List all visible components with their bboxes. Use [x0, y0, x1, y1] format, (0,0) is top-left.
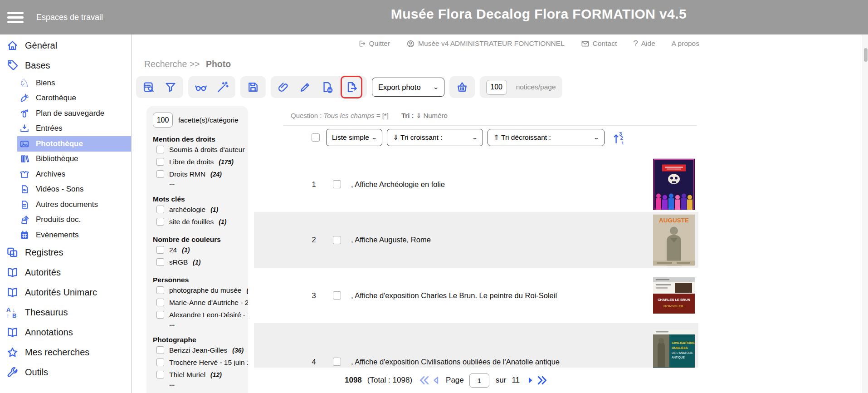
result-thumbnail[interactable]: AUGUSTE — [653, 214, 695, 265]
facet-count-input[interactable] — [153, 113, 173, 128]
sidebar-item-entrees[interactable]: Entrées — [17, 121, 131, 137]
checkbox[interactable] — [156, 346, 164, 354]
sidebar-item-videos-sons[interactable]: Vidéos - Sons — [17, 182, 131, 197]
checkbox[interactable] — [156, 359, 164, 366]
sidebar-item-bases[interactable]: Bases — [0, 55, 131, 75]
search-list-icon[interactable] — [142, 81, 155, 93]
facet-option[interactable]: photographe du musée (398) — [156, 284, 244, 296]
filter-icon[interactable] — [164, 81, 177, 93]
result-row[interactable]: 1 , Affiche Archéologie en folie — [254, 157, 698, 212]
sidebar-item-phototheque[interactable]: Photothèque — [17, 136, 131, 152]
page-label: Page — [446, 376, 464, 385]
sidebar-item-registres[interactable]: Registres — [0, 243, 131, 263]
about-link[interactable]: A propos — [672, 39, 699, 48]
sidebar-item-thesaurus[interactable]: A↓↑B Thesaurus — [0, 303, 131, 323]
facet-option[interactable]: Alexandre Leon-Désiré - 11 ... (1) — [156, 309, 244, 321]
checkbox[interactable] — [156, 246, 164, 254]
checkbox[interactable] — [156, 218, 164, 226]
sidebar-item-annotations[interactable]: Annotations — [0, 323, 131, 343]
sidebar-item-biens[interactable]: ♘ Biens — [17, 75, 131, 91]
facet-more-link[interactable]: ... — [169, 180, 244, 187]
help-link[interactable]: ? Aide — [633, 39, 655, 49]
result-thumbnail[interactable]: CIVILISATIONS OUBLIÉES DE L'ANATOLIE ANT… — [653, 329, 695, 373]
sidebar-item-outils[interactable]: Outils — [0, 363, 131, 383]
facet-option[interactable]: sRGB (1) — [156, 256, 244, 268]
facet-option[interactable]: Libre de droits (175) — [156, 156, 244, 168]
checkbox[interactable] — [156, 258, 164, 266]
facet-option[interactable]: Soumis à droits d'auteur (825) — [156, 143, 244, 156]
attach-icon[interactable] — [277, 81, 290, 93]
scrollbar-thumb[interactable] — [864, 48, 868, 62]
result-thumbnail[interactable]: CHARLES LE BRUN ROI-SOLEIL — [653, 277, 695, 314]
row-checkbox[interactable] — [333, 180, 341, 188]
result-row[interactable]: 3 , Affiche d'exposition Charles Le Brun… — [254, 268, 698, 323]
export-document-icon[interactable] — [345, 81, 358, 93]
sidebar-item-produits-doc[interactable]: Produits doc. — [17, 212, 131, 228]
row-checkbox[interactable] — [333, 291, 341, 300]
checkbox[interactable] — [156, 170, 164, 178]
facet-option[interactable]: Trochère Hervé - 15 juin 1... (23) — [156, 356, 244, 368]
first-page-icon[interactable] — [419, 375, 429, 385]
checkbox[interactable] — [156, 206, 164, 213]
row-checkbox[interactable] — [333, 358, 341, 366]
facet-option[interactable]: Berizzi Jean-Gilles (36) — [156, 344, 244, 356]
save-icon[interactable] — [247, 81, 259, 93]
sidebar-item-bibliotheque[interactable]: Bibliothèque — [17, 152, 131, 167]
facet-option-label: photographe du musée — [169, 286, 241, 295]
row-checkbox[interactable] — [333, 236, 341, 244]
vertical-scrollbar[interactable] — [863, 34, 868, 393]
contact-link[interactable]: Contact — [581, 39, 617, 48]
sidebar-item-autorites[interactable]: Autorités — [0, 263, 131, 283]
checkbox[interactable] — [156, 286, 164, 294]
checkbox[interactable] — [156, 371, 164, 378]
checkbox[interactable] — [156, 299, 164, 306]
sidebar-item-label: Carothèque — [36, 93, 76, 103]
sort-numeric-icon[interactable]: 3 2 1 — [613, 130, 625, 145]
last-page-icon[interactable] — [537, 375, 548, 385]
list-mode-select[interactable]: Liste simple ⌄ — [326, 129, 382, 146]
sort-ascending-select[interactable]: ⇓ Tri croissant : ⌄ — [387, 129, 483, 146]
facet-option[interactable]: Thiel Muriel (12) — [156, 368, 244, 381]
checkbox[interactable] — [156, 146, 164, 153]
user-menu[interactable]: Musée v4 ADMINISTRATEUR FONCTIONNEL — [406, 39, 565, 48]
calendar-icon — [19, 229, 30, 241]
sidebar-item-mes-recherches[interactable]: Mes recherches — [0, 343, 131, 363]
facet-option[interactable]: Droits RMN (24) — [156, 168, 244, 180]
select-all-checkbox[interactable] — [312, 133, 320, 142]
result-thumbnail[interactable] — [653, 159, 695, 210]
sidebar-item-plan-sauvegarde[interactable]: Plan de sauvegarde — [17, 106, 131, 121]
sidebar-item-evenements[interactable]: Evènements — [17, 227, 131, 243]
checkbox[interactable] — [156, 311, 164, 319]
magic-wand-icon[interactable] — [216, 81, 229, 93]
previous-page-icon[interactable] — [431, 375, 441, 385]
checkbox[interactable] — [156, 158, 164, 166]
export-select[interactable]: Export photo ⌄ — [372, 78, 444, 97]
sidebar-item-label: Produits doc. — [36, 215, 81, 224]
facet-panel: facette(s)/catégorie Mention des droits … — [146, 106, 248, 393]
facet-option[interactable]: archéologie (1) — [156, 203, 244, 216]
sidebar-item-carotheque[interactable]: Carothèque — [17, 91, 131, 106]
facet-more-link[interactable]: ... — [169, 321, 244, 328]
next-page-icon[interactable] — [525, 375, 535, 385]
per-page-input[interactable] — [486, 80, 507, 95]
basket-icon[interactable] — [456, 81, 468, 93]
result-title: , Affiche d'exposition Civilisations oub… — [351, 358, 560, 366]
print-document-icon[interactable] — [321, 81, 333, 93]
sidebar-item-archives[interactable]: Archives — [17, 167, 131, 182]
facet-option[interactable]: Marie-Anne d'Autriche - 24 ... (6) — [156, 296, 244, 309]
result-row[interactable]: 2 , Affiche Auguste, Rome AUGUSTE — [254, 212, 698, 268]
star-icon — [5, 346, 19, 359]
sidebar-item-general[interactable]: Général — [0, 35, 131, 55]
page-input[interactable] — [469, 373, 489, 388]
hamburger-menu-icon[interactable] — [7, 12, 24, 23]
edit-pencil-icon[interactable] — [299, 81, 312, 93]
sort-descending-select[interactable]: ⇑ Tri décroissant : ⌄ — [488, 129, 605, 146]
facet-option[interactable]: site de fouilles (1) — [156, 216, 244, 228]
facet-option[interactable]: 24 (1) — [156, 244, 244, 256]
sidebar-item-autorites-unimarc[interactable]: Autorités Unimarc — [0, 283, 131, 303]
sidebar-item-autres-documents[interactable]: Autres documents — [17, 197, 131, 212]
facet-more-link[interactable]: ... — [169, 381, 244, 388]
facet-group-title: Mots clés — [153, 195, 244, 203]
quit-link[interactable]: Quitter — [358, 39, 390, 48]
preview-glasses-icon[interactable] — [195, 81, 207, 93]
